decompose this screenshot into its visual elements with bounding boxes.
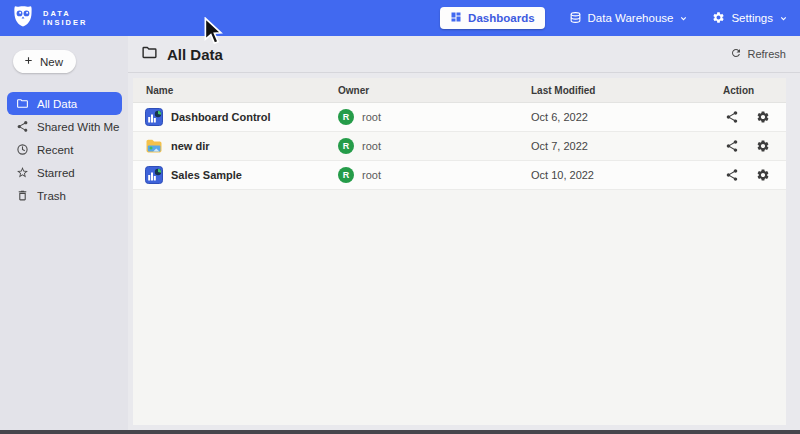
database-icon <box>569 11 582 26</box>
sidebar-item-recent[interactable]: Recent <box>7 138 122 161</box>
owner-name: root <box>362 169 381 181</box>
owner-avatar: R <box>338 138 354 154</box>
gear-icon <box>712 11 725 26</box>
last-modified-date: Oct 6, 2022 <box>531 111 723 123</box>
sidebar-nav: All Data Shared With Me Recent Starred <box>0 92 128 207</box>
bottom-edge-strip <box>0 430 800 434</box>
file-name: Dashboard Control <box>171 111 271 123</box>
sidebar-item-trash[interactable]: Trash <box>7 184 122 207</box>
refresh-label: Refresh <box>747 48 786 60</box>
owner-avatar: R <box>338 109 354 125</box>
owner-avatar: R <box>338 167 354 183</box>
clock-icon <box>16 143 29 156</box>
sidebar-item-label: All Data <box>37 98 77 110</box>
nav-settings-label: Settings <box>731 12 773 24</box>
new-button-label: New <box>40 56 63 68</box>
sidebar-item-shared-with-me[interactable]: Shared With Me <box>7 115 122 138</box>
column-header-name: Name <box>133 85 338 96</box>
new-button[interactable]: New <box>13 50 76 73</box>
dashboard-file-icon <box>145 108 163 126</box>
table-header: Name Owner Last Modified Action <box>133 78 786 103</box>
nav-data-warehouse-button[interactable]: Data Warehouse <box>569 11 689 26</box>
file-name: Sales Sample <box>171 169 242 181</box>
top-nav: Dashboards Data Warehouse <box>440 7 800 29</box>
column-header-owner: Owner <box>338 85 531 96</box>
page-title: All Data <box>167 46 223 63</box>
gear-icon[interactable] <box>756 139 770 153</box>
nav-dashboards-button[interactable]: Dashboards <box>440 7 544 29</box>
trash-icon <box>16 189 29 202</box>
app-window: DATA INSIDER Dashboards <box>0 0 800 434</box>
sidebar: New All Data Shared With Me Recent <box>0 36 128 434</box>
chevron-down-icon <box>779 14 788 23</box>
owner-name: root <box>362 111 381 123</box>
table-row[interactable]: Sales Sample R root Oct 10, 2022 <box>133 161 786 190</box>
nav-data-warehouse-label: Data Warehouse <box>588 12 674 24</box>
folder-icon <box>16 97 29 110</box>
logo-text: DATA INSIDER <box>43 9 87 27</box>
chevron-down-icon <box>679 14 688 23</box>
folder-icon <box>141 44 158 65</box>
pane-header: All Data Refresh <box>128 36 800 73</box>
owl-logo-icon <box>10 3 36 33</box>
data-table: Name Owner Last Modified Action <box>133 78 786 425</box>
sidebar-item-all-data[interactable]: All Data <box>7 92 122 115</box>
refresh-button[interactable]: Refresh <box>730 47 786 61</box>
dashboard-file-icon <box>145 166 163 184</box>
share-icon <box>16 120 29 133</box>
top-bar: DATA INSIDER Dashboards <box>0 0 800 36</box>
nav-settings-button[interactable]: Settings <box>712 11 788 26</box>
sidebar-item-label: Starred <box>37 167 75 179</box>
dashboard-grid-icon <box>450 11 462 25</box>
last-modified-date: Oct 10, 2022 <box>531 169 723 181</box>
sidebar-item-label: Recent <box>37 144 73 156</box>
refresh-icon <box>730 47 742 61</box>
sidebar-item-label: Trash <box>37 190 66 202</box>
share-icon[interactable] <box>725 139 739 153</box>
table-row[interactable]: new dir R root Oct 7, 2022 <box>133 132 786 161</box>
sidebar-item-starred[interactable]: Starred <box>7 161 122 184</box>
folder-file-icon <box>145 137 163 155</box>
plus-icon <box>23 55 34 68</box>
sidebar-item-label: Shared With Me <box>37 121 119 133</box>
nav-dashboards-label: Dashboards <box>468 12 534 24</box>
column-header-last-modified: Last Modified <box>531 85 723 96</box>
file-name: new dir <box>171 140 210 152</box>
last-modified-date: Oct 7, 2022 <box>531 140 723 152</box>
app-logo[interactable]: DATA INSIDER <box>0 3 87 33</box>
table-row[interactable]: Dashboard Control R root Oct 6, 2022 <box>133 103 786 132</box>
gear-icon[interactable] <box>756 110 770 124</box>
share-icon[interactable] <box>725 110 739 124</box>
owner-name: root <box>362 140 381 152</box>
main-pane: All Data Refresh Name Owner Last Modifie… <box>128 36 800 434</box>
gear-icon[interactable] <box>756 168 770 182</box>
star-icon <box>16 166 29 179</box>
share-icon[interactable] <box>725 168 739 182</box>
column-header-action: Action <box>723 85 786 96</box>
